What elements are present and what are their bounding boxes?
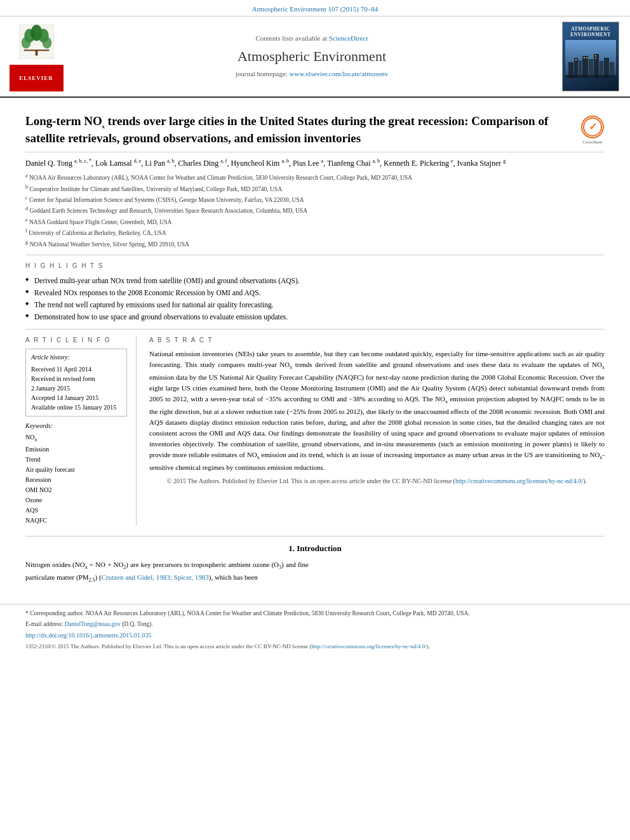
journal-title-main: Atmospheric Environment [238,47,386,67]
header: ELSEVIER Contents lists available at Sci… [0,17,630,98]
keywords-section: Keywords: NOx Emission Trend Air quality… [25,422,127,526]
highlights-section: H I G H L I G H T S Derived multi-year u… [25,262,605,330]
highlight-item-4: Demonstrated how to use space and ground… [25,310,605,323]
highlight-item-3: The trend not well captured by emissions… [25,298,605,310]
email-link[interactable]: DanielTong@noaa.gov [65,621,121,627]
intro-col-right [321,559,605,584]
two-column-layout: A R T I C L E I N F O Article history: R… [25,336,605,526]
header-right: ATMOSPHERICENVIRONMENT [559,22,622,91]
crossmark-icon: ✓ [582,117,603,137]
highlight-item-2: Revealed NOx responses to the 2008 Econo… [25,286,605,298]
keyword-airquality: Air quality forecast [25,465,127,475]
elsevier-logo-text: ELSEVIER [10,65,64,91]
sciencedirect-text: Contents lists available at ScienceDirec… [255,34,368,43]
svg-rect-20 [584,57,585,58]
keyword-recession: Recession [25,475,127,485]
keywords-title: Keywords: [25,422,127,430]
affiliation-c: c Center for Spatial Information Science… [25,194,605,204]
revised-date: 2 January 2015 [31,383,121,393]
highlight-item-1: Derived multi-year urban NOx trend from … [25,274,605,286]
journal-citation: Atmospheric Environment 107 (2015) 70–84 [252,5,379,13]
intro-two-col: Nitrogen oxides (NOx = NO + NO2) are key… [25,559,605,584]
article-history-box: Article history: Received 11 April 2014 … [25,349,127,417]
abstract-text: National emission inventories (NEIs) tak… [149,349,605,472]
header-center: Contents lists available at ScienceDirec… [71,22,553,91]
license-link[interactable]: http://creativecommons.org/licenses/by-n… [455,477,583,484]
article-title: Long-term NOx trends over large cities i… [25,113,574,147]
affiliation-d: d Goddard Earth Sciences Technology and … [25,205,605,215]
article-history-title: Article history: [31,353,121,362]
affiliation-b: b Cooperative Institute for Climate and … [25,183,605,194]
received-date: Received 11 April 2014 [31,364,121,374]
footer-doi: http://dx.doi.org/10.1016/j.atmosenv.201… [25,631,605,640]
revised-form-label: Received in revised form [31,374,121,383]
svg-rect-19 [575,59,577,60]
footer: * Corresponding author. NOAA Air Resourc… [0,604,630,656]
available-online-date: Available online 15 January 2015 [31,403,121,412]
footer-email: E-mail address: DanielTong@noaa.gov (D.Q… [25,620,605,629]
homepage-link[interactable]: www.elsevier.com/locate/atmosenv [290,70,389,77]
affiliation-e: e NASA Goddard Space Flight Center, Gree… [25,217,605,227]
keyword-nox: NOx [25,432,127,444]
elsevier-logo-area: ELSEVIER [10,24,64,91]
keyword-trend: Trend [25,455,127,465]
keyword-aqs: AQS [25,505,127,516]
journal-homepage: journal homepage: www.elsevier.com/locat… [236,69,389,79]
highlight-list: Derived multi-year urban NOx trend from … [25,274,605,323]
authors: Daniel Q. Tong a, b, c, *, Lok Lamsal d,… [25,157,605,170]
intro-col-left: Nitrogen oxides (NOx = NO + NO2) are key… [25,559,309,584]
svg-point-4 [21,37,30,48]
footer-footnote: * Corresponding author. NOAA Air Resourc… [25,610,605,618]
svg-rect-21 [595,55,596,57]
keyword-emission: Emission [25,444,127,455]
section-title: 1. Introduction [25,543,605,554]
crossmark-badge[interactable]: ✓ [581,116,604,138]
accepted-date: Accepted 14 January 2015 [31,393,121,403]
svg-rect-22 [595,58,596,59]
crossmark-area: ✓ CrossMark [580,113,605,146]
affiliation-g: g NOAA National Weather Service, Silver … [25,239,605,249]
affiliations: a NOAA Air Resources Laboratory (ARL), N… [25,172,605,255]
abstract-label: A B S T R A C T [149,336,605,345]
article-info-column: A R T I C L E I N F O Article history: R… [25,336,137,526]
introduction-section: 1. Introduction Nitrogen oxides (NOx = N… [25,536,605,584]
journal-cover: ATMOSPHERICENVIRONMENT [562,22,619,91]
svg-rect-23 [586,57,587,58]
svg-point-5 [42,37,51,48]
abstract-paragraph: National emission inventories (NEIs) tak… [149,349,605,472]
header-left: ELSEVIER [8,22,65,91]
keyword-ozone: Ozone [25,495,127,505]
crossmark-label: CrossMark [582,140,602,146]
article-title-text: Long-term NOx trends over large cities i… [25,113,574,147]
elsevier-tree-icon [19,24,54,59]
svg-rect-7 [23,50,49,51]
abstract-license: © 2015 The Authors. Published by Elsevie… [149,477,605,486]
article-info-label: A R T I C L E I N F O [25,336,127,345]
article-title-section: Long-term NOx trends over large cities i… [25,104,605,152]
svg-text:✓: ✓ [589,121,597,132]
keyword-naqfc: NAQFC [25,516,127,526]
affiliation-f: f University of California at Berkeley, … [25,227,605,237]
copyright-link[interactable]: http://creativecommons.org/licenses/by-n… [311,643,426,650]
svg-rect-24 [565,75,616,78]
highlights-label: H I G H L I G H T S [25,262,605,270]
doi-link[interactable]: http://dx.doi.org/10.1016/j.atmosenv.201… [25,632,151,639]
svg-rect-13 [582,56,588,78]
top-bar: Atmospheric Environment 107 (2015) 70–84 [0,0,630,17]
page: Atmospheric Environment 107 (2015) 70–84… [0,0,630,840]
keyword-omino2: OMI NO2 [25,485,127,495]
footer-copyright: 1352-2310/© 2015 The Authors. Published … [25,643,605,651]
affiliation-a: a NOAA Air Resources Laboratory (ARL), N… [25,172,605,182]
svg-rect-15 [594,54,599,78]
journal-cover-img [565,40,616,78]
journal-cover-title: ATMOSPHERICENVIRONMENT [570,26,610,37]
article-body: Long-term NOx trends over large cities i… [0,98,630,591]
sciencedirect-link[interactable]: ScienceDirect [329,34,368,42]
abstract-column: A B S T R A C T National emission invent… [149,336,605,526]
